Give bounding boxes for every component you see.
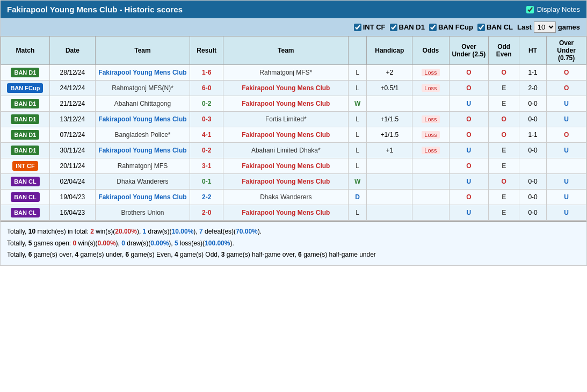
match-ht: 0-0 bbox=[519, 112, 547, 127]
match-ou25: U bbox=[449, 174, 489, 190]
team2-name: Fakirapool Young Mens Club bbox=[223, 96, 349, 112]
filter-ban-fcup-checkbox[interactable] bbox=[429, 24, 437, 31]
team2-name: Fakirapool Young Mens Club bbox=[223, 158, 349, 174]
match-ou075 bbox=[547, 158, 586, 174]
match-badge: BAN CL bbox=[1, 205, 50, 221]
page-title: Fakirapool Young Mens Club - Historic sc… bbox=[7, 5, 183, 14]
match-ou075: U bbox=[547, 190, 586, 205]
match-ht: 0-0 bbox=[519, 190, 547, 205]
match-date: 13/12/24 bbox=[49, 112, 95, 127]
filter-ban-d1[interactable]: BAN D1 bbox=[390, 23, 425, 31]
col-outcome bbox=[349, 37, 367, 65]
match-ou25: O bbox=[449, 65, 489, 81]
match-result: 1-6 bbox=[190, 65, 223, 81]
match-oe: O bbox=[489, 112, 519, 127]
team1-name: Fakirapool Young Mens Club bbox=[95, 190, 190, 205]
match-badge: BAN D1 bbox=[1, 65, 50, 81]
match-result: 4-1 bbox=[190, 127, 223, 143]
match-oe: O bbox=[489, 127, 519, 143]
team1-name: Bangladesh Police* bbox=[95, 127, 190, 143]
match-date: 24/12/24 bbox=[49, 81, 95, 96]
col-match: Match bbox=[1, 37, 50, 65]
last-games-select[interactable]: 10 5 15 20 25 30 All bbox=[534, 21, 556, 33]
match-ou075: O bbox=[547, 127, 586, 143]
team2-name: Fakirapool Young Mens Club bbox=[223, 127, 349, 143]
match-ou25: U bbox=[449, 96, 489, 112]
match-result: 0-2 bbox=[190, 96, 223, 112]
team1-name: Fakirapool Young Mens Club bbox=[95, 112, 190, 127]
match-badge: BAN D1 bbox=[1, 96, 50, 112]
summary-section: Totally, 10 match(es) in total: 2 win(s)… bbox=[1, 221, 586, 265]
col-handicap: Handicap bbox=[367, 37, 412, 65]
last-label: Last bbox=[517, 23, 532, 31]
col-team2: Team bbox=[223, 37, 349, 65]
match-oe: E bbox=[489, 158, 519, 174]
filter-ban-cl-checkbox[interactable] bbox=[477, 24, 485, 31]
team1-name: Dhaka Wanderers bbox=[95, 174, 190, 190]
match-date: 07/12/24 bbox=[49, 127, 95, 143]
col-date: Date bbox=[49, 37, 95, 65]
match-oe: E bbox=[489, 205, 519, 221]
filter-ban-cl-label: BAN CL bbox=[487, 23, 513, 31]
match-outcome: L bbox=[349, 143, 367, 158]
match-outcome: D bbox=[349, 190, 367, 205]
summary-line2: Totally, 5 games open: 0 win(s)(0.00%), … bbox=[7, 238, 580, 250]
match-ht: 0-0 bbox=[519, 205, 547, 221]
filter-ban-cl[interactable]: BAN CL bbox=[477, 23, 513, 31]
match-result: 2-0 bbox=[190, 205, 223, 221]
match-ou075: U bbox=[547, 205, 586, 221]
match-oe: O bbox=[489, 174, 519, 190]
team2-name: Fakirapool Young Mens Club bbox=[223, 205, 349, 221]
filter-ban-fcup[interactable]: BAN FCup bbox=[429, 23, 473, 31]
match-ou25: O bbox=[449, 112, 489, 127]
display-notes-checkbox[interactable] bbox=[526, 6, 534, 13]
match-handicap: +0.5/1 bbox=[367, 81, 412, 96]
match-oe: E bbox=[489, 190, 519, 205]
match-odds bbox=[412, 174, 449, 190]
match-ht: 0-0 bbox=[519, 143, 547, 158]
match-date: 30/11/24 bbox=[49, 143, 95, 158]
badge-label: BAN D1 bbox=[11, 99, 39, 108]
match-ht bbox=[519, 158, 547, 174]
match-handicap: +2 bbox=[367, 65, 412, 81]
team2-name: Fortis Limited* bbox=[223, 112, 349, 127]
match-oe: E bbox=[489, 81, 519, 96]
match-oe: E bbox=[489, 143, 519, 158]
match-ou25: O bbox=[449, 158, 489, 174]
table-row: BAN D1 21/12/24 Abahani Chittagong 0-2 F… bbox=[1, 96, 586, 112]
team2-name: Fakirapool Young Mens Club bbox=[223, 81, 349, 96]
filter-int-cf-checkbox[interactable] bbox=[354, 24, 361, 31]
match-ou25: U bbox=[449, 143, 489, 158]
col-ou075: Over Under (0.75) bbox=[547, 37, 586, 65]
table-row: BAN CL 16/04/23 Brothers Union 2-0 Fakir… bbox=[1, 205, 586, 221]
table-row: BAN D1 28/12/24 Fakirapool Young Mens Cl… bbox=[1, 65, 586, 81]
match-ou25: O bbox=[449, 81, 489, 96]
match-ou075: U bbox=[547, 96, 586, 112]
table-row: INT CF 20/11/24 Rahmatgonj MFS 3-1 Fakir… bbox=[1, 158, 586, 174]
match-badge: BAN D1 bbox=[1, 127, 50, 143]
badge-label: BAN D1 bbox=[11, 114, 39, 124]
match-result: 2-2 bbox=[190, 190, 223, 205]
badge-label: BAN FCup bbox=[7, 83, 43, 93]
last-games-filter: Last 10 5 15 20 25 30 All games bbox=[517, 21, 580, 33]
badge-label: BAN CL bbox=[11, 192, 40, 202]
match-handicap: +1 bbox=[367, 143, 412, 158]
match-result: 0-3 bbox=[190, 112, 223, 127]
table-row: BAN D1 30/11/24 Fakirapool Young Mens Cl… bbox=[1, 143, 586, 158]
col-odds: Odds bbox=[412, 37, 449, 65]
match-result: 0-2 bbox=[190, 143, 223, 158]
match-ou075: U bbox=[547, 112, 586, 127]
match-outcome: L bbox=[349, 127, 367, 143]
filter-int-cf[interactable]: INT CF bbox=[354, 23, 386, 31]
filter-int-cf-label: INT CF bbox=[363, 23, 386, 31]
filter-ban-d1-label: BAN D1 bbox=[399, 23, 425, 31]
match-date: 16/04/23 bbox=[49, 205, 95, 221]
filter-ban-d1-checkbox[interactable] bbox=[390, 24, 397, 31]
match-outcome: W bbox=[349, 96, 367, 112]
match-date: 02/04/24 bbox=[49, 174, 95, 190]
match-handicap bbox=[367, 205, 412, 221]
match-odds bbox=[412, 96, 449, 112]
table-row: BAN CL 19/04/23 Fakirapool Young Mens Cl… bbox=[1, 190, 586, 205]
badge-label: BAN D1 bbox=[11, 130, 39, 140]
table-row: BAN D1 13/12/24 Fakirapool Young Mens Cl… bbox=[1, 112, 586, 127]
